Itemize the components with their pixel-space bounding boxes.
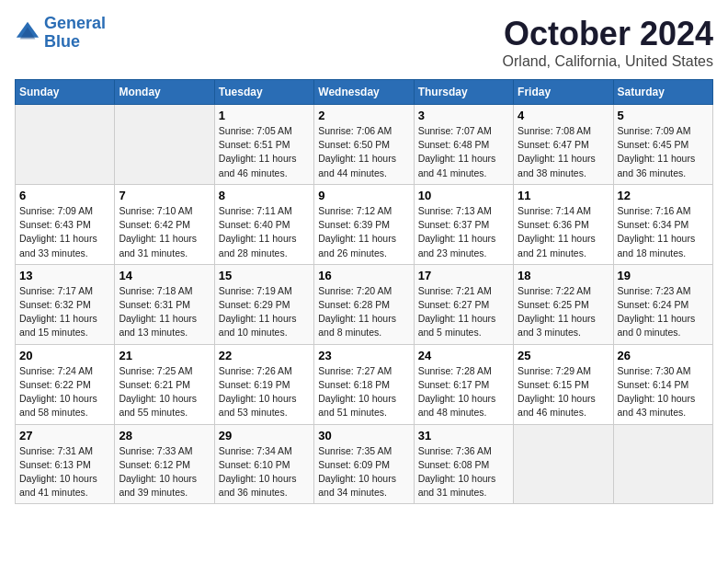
day-number: 10 bbox=[418, 189, 509, 202]
day-number: 5 bbox=[618, 109, 709, 122]
day-number: 17 bbox=[418, 269, 509, 282]
calendar-cell: 8Sunrise: 7:11 AM Sunset: 6:40 PM Daylig… bbox=[214, 184, 313, 264]
calendar-cell: 18Sunrise: 7:22 AM Sunset: 6:25 PM Dayli… bbox=[514, 264, 613, 344]
calendar-cell: 3Sunrise: 7:07 AM Sunset: 6:48 PM Daylig… bbox=[414, 105, 513, 185]
calendar-cell: 28Sunrise: 7:33 AM Sunset: 6:12 PM Dayli… bbox=[115, 424, 214, 504]
calendar-cell: 29Sunrise: 7:34 AM Sunset: 6:10 PM Dayli… bbox=[214, 424, 313, 504]
calendar-cell: 7Sunrise: 7:10 AM Sunset: 6:42 PM Daylig… bbox=[115, 184, 214, 264]
day-info: Sunrise: 7:06 AM Sunset: 6:50 PM Dayligh… bbox=[318, 124, 409, 180]
calendar-cell: 22Sunrise: 7:26 AM Sunset: 6:19 PM Dayli… bbox=[214, 344, 313, 424]
calendar-body: 1Sunrise: 7:05 AM Sunset: 6:51 PM Daylig… bbox=[16, 105, 713, 504]
day-info: Sunrise: 7:13 AM Sunset: 6:37 PM Dayligh… bbox=[418, 204, 509, 260]
day-number: 22 bbox=[219, 349, 310, 362]
page-header: General Blue October 2024 Orland, Califo… bbox=[15, 15, 713, 70]
day-number: 4 bbox=[518, 109, 609, 122]
day-number: 23 bbox=[318, 349, 409, 362]
day-number: 11 bbox=[518, 189, 609, 202]
calendar-cell: 17Sunrise: 7:21 AM Sunset: 6:27 PM Dayli… bbox=[414, 264, 513, 344]
calendar-cell: 10Sunrise: 7:13 AM Sunset: 6:37 PM Dayli… bbox=[414, 184, 513, 264]
calendar-cell: 16Sunrise: 7:20 AM Sunset: 6:28 PM Dayli… bbox=[314, 264, 414, 344]
day-number: 3 bbox=[418, 109, 509, 122]
weekday-header-saturday: Saturday bbox=[613, 80, 712, 105]
location-title: Orland, California, United States bbox=[503, 53, 713, 70]
day-number: 1 bbox=[219, 109, 310, 122]
calendar-week-1: 1Sunrise: 7:05 AM Sunset: 6:51 PM Daylig… bbox=[16, 105, 713, 185]
day-number: 15 bbox=[219, 269, 310, 282]
calendar-cell: 24Sunrise: 7:28 AM Sunset: 6:17 PM Dayli… bbox=[414, 344, 513, 424]
calendar-week-4: 20Sunrise: 7:24 AM Sunset: 6:22 PM Dayli… bbox=[16, 344, 713, 424]
day-info: Sunrise: 7:20 AM Sunset: 6:28 PM Dayligh… bbox=[318, 284, 409, 340]
weekday-header-monday: Monday bbox=[115, 80, 214, 105]
logo-text: General Blue bbox=[44, 15, 106, 52]
calendar-cell: 19Sunrise: 7:23 AM Sunset: 6:24 PM Dayli… bbox=[613, 264, 712, 344]
day-number: 2 bbox=[318, 109, 409, 122]
weekday-header-friday: Friday bbox=[514, 80, 613, 105]
day-number: 19 bbox=[618, 269, 709, 282]
day-number: 29 bbox=[219, 429, 310, 442]
calendar-cell: 9Sunrise: 7:12 AM Sunset: 6:39 PM Daylig… bbox=[314, 184, 414, 264]
calendar-cell: 2Sunrise: 7:06 AM Sunset: 6:50 PM Daylig… bbox=[314, 105, 414, 185]
day-number: 6 bbox=[19, 189, 110, 202]
calendar-cell: 1Sunrise: 7:05 AM Sunset: 6:51 PM Daylig… bbox=[214, 105, 313, 185]
day-info: Sunrise: 7:24 AM Sunset: 6:22 PM Dayligh… bbox=[19, 364, 110, 420]
calendar-cell: 26Sunrise: 7:30 AM Sunset: 6:14 PM Dayli… bbox=[613, 344, 712, 424]
day-info: Sunrise: 7:31 AM Sunset: 6:13 PM Dayligh… bbox=[19, 444, 110, 500]
day-info: Sunrise: 7:05 AM Sunset: 6:51 PM Dayligh… bbox=[219, 124, 310, 180]
day-info: Sunrise: 7:18 AM Sunset: 6:31 PM Dayligh… bbox=[119, 284, 210, 340]
day-info: Sunrise: 7:14 AM Sunset: 6:36 PM Dayligh… bbox=[518, 204, 609, 260]
day-number: 9 bbox=[318, 189, 409, 202]
day-number: 7 bbox=[119, 189, 210, 202]
day-info: Sunrise: 7:09 AM Sunset: 6:43 PM Dayligh… bbox=[19, 204, 110, 260]
day-info: Sunrise: 7:07 AM Sunset: 6:48 PM Dayligh… bbox=[418, 124, 509, 180]
weekday-header-row: SundayMondayTuesdayWednesdayThursdayFrid… bbox=[16, 80, 713, 105]
calendar-cell: 21Sunrise: 7:25 AM Sunset: 6:21 PM Dayli… bbox=[115, 344, 214, 424]
logo-line2: Blue bbox=[44, 32, 80, 51]
day-info: Sunrise: 7:11 AM Sunset: 6:40 PM Dayligh… bbox=[219, 204, 310, 260]
calendar-cell: 13Sunrise: 7:17 AM Sunset: 6:32 PM Dayli… bbox=[16, 264, 115, 344]
day-info: Sunrise: 7:33 AM Sunset: 6:12 PM Dayligh… bbox=[119, 444, 210, 500]
calendar-table: SundayMondayTuesdayWednesdayThursdayFrid… bbox=[15, 79, 713, 504]
calendar-cell bbox=[613, 424, 712, 504]
calendar-header: SundayMondayTuesdayWednesdayThursdayFrid… bbox=[16, 80, 713, 105]
day-number: 13 bbox=[19, 269, 110, 282]
day-info: Sunrise: 7:21 AM Sunset: 6:27 PM Dayligh… bbox=[418, 284, 509, 340]
day-info: Sunrise: 7:10 AM Sunset: 6:42 PM Dayligh… bbox=[119, 204, 210, 260]
day-info: Sunrise: 7:23 AM Sunset: 6:24 PM Dayligh… bbox=[618, 284, 709, 340]
title-area: October 2024 Orland, California, United … bbox=[503, 15, 713, 70]
day-info: Sunrise: 7:22 AM Sunset: 6:25 PM Dayligh… bbox=[518, 284, 609, 340]
calendar-cell: 14Sunrise: 7:18 AM Sunset: 6:31 PM Dayli… bbox=[115, 264, 214, 344]
day-number: 21 bbox=[119, 349, 210, 362]
calendar-cell: 12Sunrise: 7:16 AM Sunset: 6:34 PM Dayli… bbox=[613, 184, 712, 264]
calendar-week-5: 27Sunrise: 7:31 AM Sunset: 6:13 PM Dayli… bbox=[16, 424, 713, 504]
calendar-cell: 11Sunrise: 7:14 AM Sunset: 6:36 PM Dayli… bbox=[514, 184, 613, 264]
day-number: 24 bbox=[418, 349, 509, 362]
weekday-header-thursday: Thursday bbox=[414, 80, 513, 105]
weekday-header-sunday: Sunday bbox=[16, 80, 115, 105]
calendar-week-2: 6Sunrise: 7:09 AM Sunset: 6:43 PM Daylig… bbox=[16, 184, 713, 264]
day-info: Sunrise: 7:30 AM Sunset: 6:14 PM Dayligh… bbox=[618, 364, 709, 420]
day-number: 31 bbox=[418, 429, 509, 442]
calendar-cell: 5Sunrise: 7:09 AM Sunset: 6:45 PM Daylig… bbox=[613, 105, 712, 185]
day-info: Sunrise: 7:08 AM Sunset: 6:47 PM Dayligh… bbox=[518, 124, 609, 180]
day-number: 12 bbox=[618, 189, 709, 202]
day-number: 20 bbox=[19, 349, 110, 362]
calendar-cell: 15Sunrise: 7:19 AM Sunset: 6:29 PM Dayli… bbox=[214, 264, 313, 344]
calendar-cell bbox=[115, 105, 214, 185]
calendar-cell: 20Sunrise: 7:24 AM Sunset: 6:22 PM Dayli… bbox=[16, 344, 115, 424]
logo-icon bbox=[15, 20, 40, 46]
day-info: Sunrise: 7:27 AM Sunset: 6:18 PM Dayligh… bbox=[318, 364, 409, 420]
day-info: Sunrise: 7:26 AM Sunset: 6:19 PM Dayligh… bbox=[219, 364, 310, 420]
day-number: 30 bbox=[318, 429, 409, 442]
day-number: 16 bbox=[318, 269, 409, 282]
day-number: 18 bbox=[518, 269, 609, 282]
calendar-cell: 27Sunrise: 7:31 AM Sunset: 6:13 PM Dayli… bbox=[16, 424, 115, 504]
day-number: 25 bbox=[518, 349, 609, 362]
day-number: 8 bbox=[219, 189, 310, 202]
weekday-header-tuesday: Tuesday bbox=[214, 80, 313, 105]
calendar-cell: 25Sunrise: 7:29 AM Sunset: 6:15 PM Dayli… bbox=[514, 344, 613, 424]
logo: General Blue bbox=[15, 15, 106, 52]
weekday-header-wednesday: Wednesday bbox=[314, 80, 414, 105]
calendar-cell: 31Sunrise: 7:36 AM Sunset: 6:08 PM Dayli… bbox=[414, 424, 513, 504]
calendar-cell: 30Sunrise: 7:35 AM Sunset: 6:09 PM Dayli… bbox=[314, 424, 414, 504]
logo-line1: General bbox=[44, 14, 106, 32]
